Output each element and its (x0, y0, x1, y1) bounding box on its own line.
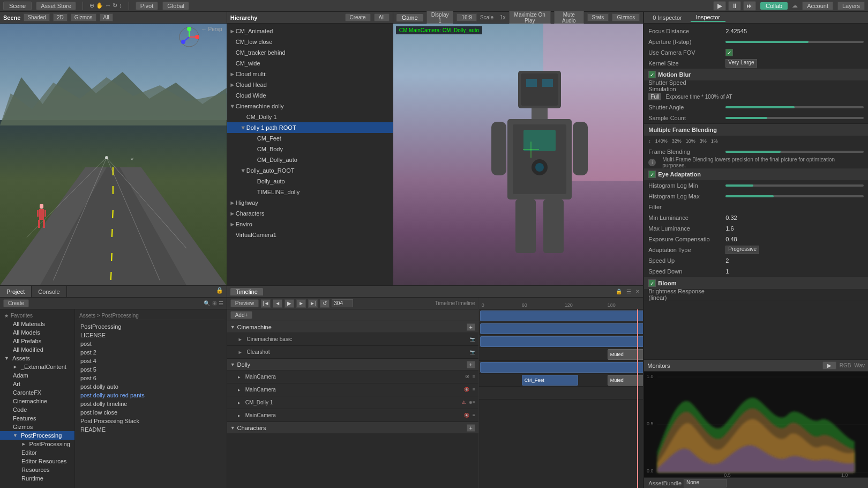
all-scene-btn[interactable]: All (100, 13, 113, 21)
play-button[interactable]: ▶ (713, 1, 726, 11)
mute-btn[interactable]: Mute Audio (554, 11, 584, 25)
inspector-tab2[interactable]: Inspector (691, 13, 725, 22)
tl-first-btn[interactable]: |◄ (261, 299, 271, 308)
hier-cm-wide[interactable]: CM_wide (227, 58, 393, 69)
hier-virtual-camera[interactable]: VirtualCamera1 (227, 230, 393, 240)
bloom-header[interactable]: ✓ Bloom (644, 277, 868, 289)
multi-frame-header[interactable]: Multiple Frame Blending (644, 124, 868, 136)
kernel-size-dropdown[interactable]: Very Large (725, 59, 757, 68)
full-btn[interactable]: Full (648, 93, 661, 100)
aspect-btn[interactable]: 16:9 (457, 13, 476, 21)
display-btn[interactable]: Display 1 (426, 11, 454, 25)
hier-enviro[interactable]: ► Enviro (227, 219, 393, 230)
hier-cloud-head[interactable]: ► Cloud Head (227, 79, 393, 90)
tl-prev-btn[interactable]: ◄ (273, 299, 282, 308)
gizmos-game-btn[interactable]: Gizmos (612, 13, 640, 21)
hier-cm-feet[interactable]: CM_Feet (227, 133, 393, 144)
collab-button[interactable]: Collab (760, 2, 788, 10)
tree-art[interactable]: Art (0, 380, 74, 388)
file-post4[interactable]: post 4 (77, 357, 225, 365)
tree-postprocessing[interactable]: ▼ PostProcessing (0, 431, 74, 440)
speed-down-value[interactable]: 1 (725, 268, 864, 275)
tree-resources[interactable]: Resources (0, 465, 74, 474)
hier-cm-dolly-auto[interactable]: CM_Dolly_auto (227, 154, 393, 165)
game-tab[interactable]: Game (396, 14, 423, 21)
tree-all-models[interactable]: All Models (0, 328, 74, 337)
tree-all-prefabs[interactable]: All Prefabs (0, 337, 74, 345)
eye-adaptation-checkbox[interactable]: ✓ (648, 171, 656, 178)
global-btn[interactable]: Global (162, 2, 189, 10)
hier-timeline-dolly[interactable]: TIMELINE_dolly (227, 187, 393, 197)
hier-dolly1-path[interactable]: ▼ Dolly 1 path ROOT (227, 122, 393, 133)
file-post-dolly-auto[interactable]: post dolly auto (77, 382, 225, 391)
asset-store-tab[interactable]: Asset Store (36, 2, 76, 10)
tl-cm-add[interactable]: + (467, 323, 475, 331)
hier-cloud-multi[interactable]: ► Cloud multi: (227, 69, 393, 79)
tree-all-materials[interactable]: All Materials (0, 320, 74, 328)
tl-cinemachine-header[interactable]: ▼ Cinemachine + (227, 321, 478, 333)
file-postprocessing[interactable]: PostProcessing (77, 322, 225, 331)
camera-fov-checkbox[interactable]: ✓ (725, 49, 733, 56)
motion-blur-header[interactable]: ✓ Motion Blur (644, 69, 868, 80)
bloom-checkbox[interactable]: ✓ (648, 279, 656, 287)
inspector-tab1[interactable]: 0 Inspector (647, 14, 687, 21)
shaded-dropdown[interactable]: Shaded (24, 13, 49, 21)
shutter-angle-slider[interactable] (725, 106, 864, 108)
file-post-low-close[interactable]: post low close (77, 408, 225, 417)
hier-cm-dolly1[interactable]: CM_Dolly 1 (227, 112, 393, 122)
min-luminance-value[interactable]: 0.32 (725, 215, 864, 221)
hier-dolly-auto-root[interactable]: ▼ Dolly_auto_ROOT (227, 165, 393, 176)
aperture-slider[interactable] (725, 41, 864, 43)
tree-assets[interactable]: ▼ Assets (0, 354, 74, 363)
focus-distance-value[interactable]: 2.42545 (725, 28, 864, 34)
tree-external[interactable]: ► _ExternalContent (0, 363, 74, 371)
asset-bundle-dropdown[interactable]: None (684, 479, 727, 487)
hier-dolly-auto[interactable]: Dolly_auto (227, 176, 393, 187)
hierarchy-all-btn[interactable]: All (374, 13, 390, 21)
project-lock-icon[interactable]: 🔒 (213, 286, 227, 297)
timeline-tab[interactable]: Timeline (230, 288, 263, 295)
file-license[interactable]: LICENSE (77, 331, 225, 339)
tree-editor-resources[interactable]: Editor Resources (0, 457, 74, 465)
tl-preview-btn[interactable]: Preview (230, 299, 259, 307)
sample-count-slider[interactable] (725, 117, 864, 119)
file-post-dolly-timeline[interactable]: post dolly timeline (77, 400, 225, 408)
tl-next-btn[interactable]: ► (296, 299, 306, 308)
tree-pp-sub[interactable]: ► PostProcessing (0, 440, 74, 448)
tl-add-btn[interactable]: Add+ (230, 311, 253, 319)
tl-playhead[interactable] (637, 309, 638, 488)
speed-up-value[interactable]: 2 (725, 257, 864, 264)
tree-editor[interactable]: Editor (0, 448, 74, 457)
file-post5[interactable]: post 5 (77, 365, 225, 374)
file-post2[interactable]: post 2 (77, 348, 225, 357)
tree-runtime[interactable]: Runtime (0, 474, 74, 483)
project-create-btn[interactable]: Create (3, 299, 29, 307)
tl-clip-cmfeet[interactable]: CM_Feet (522, 375, 578, 386)
tl-frame-input[interactable]: 304 (332, 299, 353, 307)
hier-cm-low-close[interactable]: CM_low close (227, 36, 393, 47)
file-post6[interactable]: post 6 (77, 374, 225, 382)
exposure-comp-value[interactable]: 0.48 (725, 236, 864, 242)
tl-clip-cmdolly1[interactable] (480, 362, 643, 373)
step-button[interactable]: ⏭ (743, 1, 756, 11)
adaptation-type-dropdown[interactable]: Progressive (725, 246, 759, 254)
maximize-btn[interactable]: Maximize On Play (509, 11, 551, 25)
tl-play-btn[interactable]: ▶ (285, 299, 294, 308)
layers-button[interactable]: Layers (837, 2, 865, 10)
tree-cinemachine[interactable]: Cinemachine (0, 397, 74, 405)
hier-cm-dolly-group[interactable]: ▼ Cinemachine dolly (227, 101, 393, 112)
scene-tab[interactable]: Scene (3, 2, 32, 10)
console-tab[interactable]: Console (32, 286, 66, 297)
tree-features[interactable]: Features (0, 414, 74, 423)
tl-last-btn[interactable]: ►| (308, 299, 318, 308)
tree-gizmos[interactable]: Gizmos (0, 423, 74, 431)
file-readme[interactable]: README (77, 425, 225, 434)
motion-blur-checkbox[interactable]: ✓ (648, 71, 656, 78)
hist-log-max-slider[interactable] (725, 195, 864, 197)
file-pp-stack[interactable]: Post Processing Stack (77, 417, 225, 425)
file-post[interactable]: post (77, 339, 225, 348)
frame-blending-slider[interactable] (725, 151, 864, 153)
file-post-dolly-red-pants[interactable]: post dolly auto red pants (77, 391, 225, 400)
tree-code[interactable]: Code (0, 405, 74, 414)
tl-clip-clearshot[interactable] (480, 323, 643, 334)
